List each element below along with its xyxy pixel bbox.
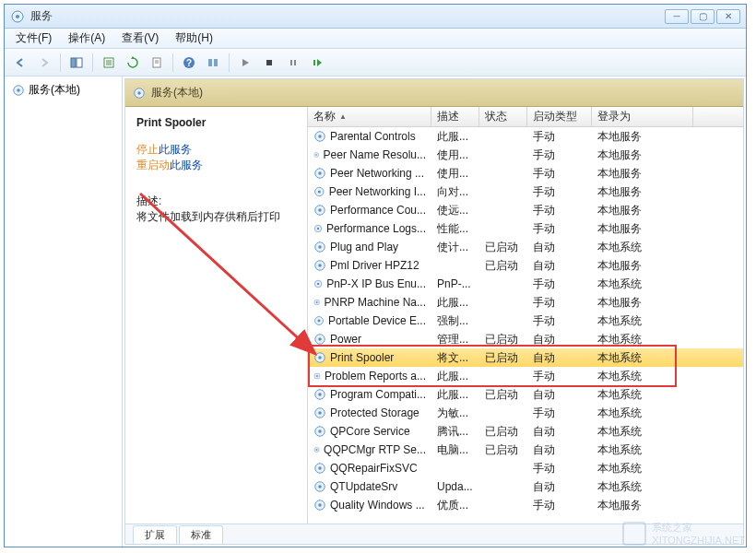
cell-startup: 手动 [527, 369, 592, 384]
col-status[interactable]: 状态 [479, 107, 527, 126]
svg-rect-12 [294, 60, 296, 65]
properties-button[interactable] [147, 53, 167, 73]
table-row[interactable]: Print Spooler将文...已启动自动本地系统 [308, 348, 743, 367]
svg-point-47 [318, 393, 321, 395]
detail-header: 服务(本地) [125, 79, 743, 107]
service-icon [313, 370, 321, 382]
menu-action[interactable]: 操作(A) [61, 29, 112, 48]
titlebar[interactable]: 服务 ─ ▢ ✕ [5, 5, 746, 29]
sort-indicator-icon: ▲ [339, 112, 347, 121]
tab-extended[interactable]: 扩展 [133, 525, 177, 544]
svg-rect-11 [290, 60, 292, 65]
service-icon [313, 425, 326, 438]
table-row[interactable]: Problem Reports a...此服...手动本地系统 [308, 367, 743, 385]
service-icon [313, 222, 323, 235]
cell-logon: 本地服务 [592, 258, 693, 274]
cell-logon: 本地系统 [592, 240, 693, 255]
cell-status: 已启动 [479, 332, 527, 347]
cell-logon: 本地系统 [592, 479, 693, 495]
cell-name: QQRepairFixSVC [308, 462, 431, 475]
col-desc[interactable]: 描述 [431, 107, 479, 126]
divider [92, 53, 93, 72]
cell-name: Quality Windows ... [308, 499, 431, 512]
cell-desc: 使远... [431, 203, 479, 218]
service-icon [313, 462, 326, 475]
table-row[interactable]: Peer Networking ...使用...手动本地服务 [308, 164, 743, 182]
table-row[interactable]: QQRepairFixSVC手动本地系统 [308, 459, 743, 477]
tree-root-item[interactable]: 服务(本地) [8, 80, 118, 100]
table-row[interactable]: Power管理...已启动自动本地系统 [308, 330, 743, 348]
table-row[interactable]: QPCore Service腾讯...已启动自动本地系统 [308, 422, 743, 441]
stop-service-button[interactable] [259, 53, 279, 73]
table-row[interactable]: Portable Device E...强制...手动本地系统 [308, 312, 743, 330]
back-button[interactable] [10, 53, 30, 73]
svg-point-27 [318, 208, 321, 211]
table-row[interactable]: Quality Windows ...优质...手动本地服务 [308, 496, 743, 514]
menu-help[interactable]: 帮助(H) [168, 29, 220, 48]
cell-name: Peer Networking I... [308, 185, 431, 198]
service-icon [313, 204, 326, 217]
cell-status: 已启动 [479, 442, 527, 458]
service-icon [313, 406, 326, 419]
cell-name: Problem Reports a... [308, 370, 431, 382]
pause-service-button[interactable] [283, 53, 303, 73]
service-icon [313, 277, 323, 290]
table-row[interactable]: Program Compati...此服...已启动自动本地系统 [308, 385, 743, 404]
stop-service-link[interactable]: 停止此服务 [136, 142, 296, 158]
svg-point-25 [318, 190, 321, 193]
table-row[interactable]: QQPCMgr RTP Se...电脑...已启动自动本地系统 [308, 441, 743, 459]
cell-name: Pml Driver HPZ12 [308, 259, 431, 272]
help-button[interactable]: ? [179, 53, 199, 73]
table-row[interactable]: Pml Driver HPZ12已启动自动本地服务 [308, 256, 743, 275]
table-row[interactable]: Protected Storage为敏...手动本地系统 [308, 404, 743, 422]
table-row[interactable]: PnP-X IP Bus Enu...PnP-...手动本地系统 [308, 275, 743, 293]
cell-logon: 本地系统 [592, 406, 693, 421]
toolbar: ? [5, 49, 746, 76]
forward-button[interactable] [34, 53, 54, 73]
services-icon [133, 87, 146, 100]
cell-logon: 本地系统 [592, 442, 693, 458]
toolbar-button[interactable] [203, 53, 223, 73]
restart-service-button[interactable] [307, 53, 327, 73]
table-row[interactable]: Performance Logs...性能...手动本地服务 [308, 219, 743, 238]
col-name[interactable]: 名称▲ [308, 107, 431, 126]
svg-rect-13 [313, 60, 315, 65]
close-button[interactable]: ✕ [716, 9, 740, 24]
svg-rect-3 [77, 58, 82, 67]
watermark: 系统之家XITONGZHIJIA.NET [622, 521, 745, 546]
cell-startup: 自动 [527, 424, 592, 440]
col-logon[interactable]: 登录为 [592, 107, 693, 126]
menu-file[interactable]: 文件(F) [8, 29, 59, 48]
start-service-button[interactable] [235, 53, 255, 73]
table-row[interactable]: QTUpdateSrvUpda...自动本地系统 [308, 477, 743, 496]
table-row[interactable]: Peer Networking I...向对...手动本地服务 [308, 182, 743, 201]
service-icon [313, 351, 326, 364]
tab-standard[interactable]: 标准 [179, 525, 223, 544]
menu-view[interactable]: 查看(V) [114, 29, 166, 48]
export-button[interactable] [99, 53, 119, 73]
minimize-button[interactable]: ─ [665, 9, 689, 24]
cell-startup: 手动 [527, 184, 592, 200]
cell-startup: 自动 [527, 442, 592, 458]
refresh-button[interactable] [123, 53, 143, 73]
tree-pane[interactable]: 服务(本地) [5, 76, 123, 547]
table-row[interactable]: Peer Name Resolu...使用...手动本地服务 [308, 146, 743, 164]
cell-startup: 手动 [527, 203, 592, 218]
cell-status: 已启动 [479, 387, 527, 403]
maximize-button[interactable]: ▢ [691, 9, 715, 24]
table-row[interactable]: PNRP Machine Na...此服...手动本地服务 [308, 293, 743, 312]
detail-header-label: 服务(本地) [151, 85, 203, 100]
table-row[interactable]: Performance Cou...使远...手动本地服务 [308, 201, 743, 219]
list-body[interactable]: Parental Controls此服...手动本地服务Peer Name Re… [308, 127, 743, 524]
selected-service-name: Print Spooler [136, 116, 296, 129]
services-icon [12, 84, 25, 97]
service-icon [313, 185, 325, 198]
show-hide-tree-button[interactable] [66, 53, 87, 73]
restart-service-link[interactable]: 重启动此服务 [136, 158, 296, 173]
col-startup[interactable]: 启动类型 [527, 107, 592, 126]
svg-point-55 [318, 466, 322, 470]
table-row[interactable]: Parental Controls此服...手动本地服务 [308, 127, 743, 146]
table-row[interactable]: Plug and Play使计...已启动自动本地系统 [308, 238, 743, 256]
cell-logon: 本地系统 [592, 461, 693, 477]
cell-desc: 此服... [431, 295, 479, 311]
